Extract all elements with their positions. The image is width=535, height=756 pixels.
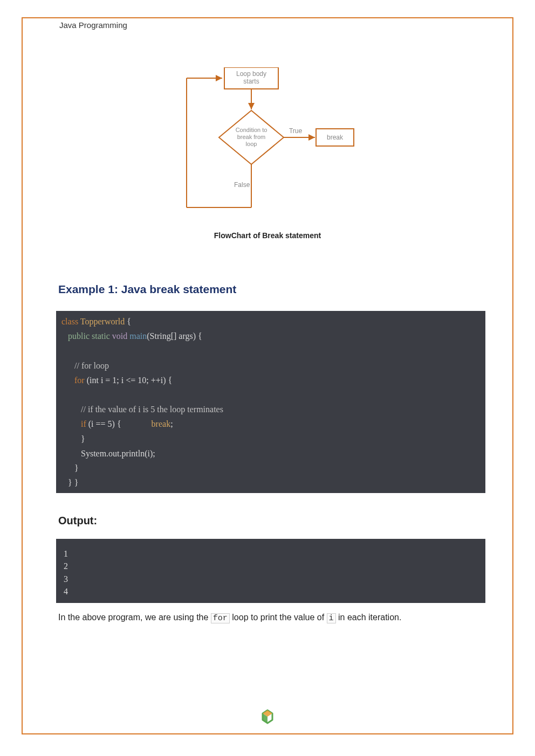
code-line: // if the value of i is 5 the loop termi… <box>61 402 480 417</box>
code-line: } } <box>61 475 480 490</box>
svg-text:loop: loop <box>246 141 257 147</box>
output-block: 1 2 3 4 <box>56 539 485 603</box>
code-line: } <box>61 461 480 475</box>
svg-text:True: True <box>289 127 303 135</box>
svg-text:break: break <box>327 134 344 141</box>
flowchart-caption: FlowChart of Break statement <box>58 231 477 240</box>
flowchart-diagram: Loop body starts Condition to break from… <box>176 67 359 218</box>
flowchart-container: Loop body starts Condition to break from… <box>58 67 477 240</box>
code-line: for (int i = 1; i <= 10; ++i) { <box>61 373 480 387</box>
page-frame: Java Programming Loop body starts Condit… <box>22 17 513 734</box>
code-line: // for loop <box>61 358 480 373</box>
document-title: Java Programming <box>59 20 477 30</box>
explanation-paragraph: In the above program, we are using the f… <box>58 608 477 627</box>
inline-code-for: for <box>211 613 230 623</box>
code-line: } <box>61 432 480 446</box>
footer-logo-icon <box>259 709 276 725</box>
code-line <box>61 387 480 402</box>
output-line: 1 <box>64 547 480 560</box>
code-line <box>61 343 480 358</box>
svg-text:False: False <box>234 181 250 189</box>
code-block: class Topperworld { public static void m… <box>56 311 485 493</box>
example-heading: Example 1: Java break statement <box>58 283 477 296</box>
output-line: 2 <box>64 560 480 572</box>
code-line: System.out.println(i); <box>61 446 480 461</box>
inline-code-i: i <box>327 613 336 623</box>
code-line: public static void main(String[] args) { <box>61 329 480 343</box>
svg-text:Condition to: Condition to <box>236 127 268 133</box>
code-line: if (i == 5) { break; <box>61 417 480 431</box>
output-line: 3 <box>64 573 480 585</box>
output-heading: Output: <box>58 515 477 527</box>
code-line: class Topperworld { <box>61 314 480 329</box>
svg-text:Loop body: Loop body <box>236 70 266 78</box>
svg-text:starts: starts <box>243 78 259 85</box>
output-line: 4 <box>64 585 480 598</box>
svg-text:break from: break from <box>237 134 266 140</box>
